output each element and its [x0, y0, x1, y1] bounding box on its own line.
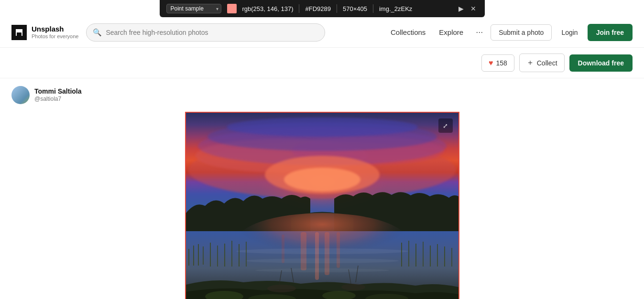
svg-point-18 — [246, 258, 399, 263]
logo-link[interactable]: Unsplash Photos for everyone — [11, 25, 78, 40]
search-bar: 🔍 — [86, 23, 325, 42]
svg-point-42 — [267, 285, 296, 292]
nav-collections[interactable]: Collections — [386, 25, 430, 39]
collect-label: Collect — [537, 59, 557, 67]
photo-svg — [186, 113, 458, 299]
svg-rect-20 — [188, 249, 189, 266]
rgb-value: rgb(253, 146, 137) — [242, 5, 294, 12]
svg-rect-32 — [415, 244, 416, 267]
svg-point-43 — [341, 284, 365, 290]
nav-more[interactable]: ··· — [472, 25, 487, 39]
svg-rect-21 — [193, 246, 194, 266]
toolbar-controls: ▶ ✕ — [457, 4, 478, 13]
nav-links: Collections Explore ··· Submit a photo L… — [386, 24, 633, 41]
photo-actions-bar: ♥ 158 ＋ Collect Download free — [0, 48, 644, 78]
svg-rect-33 — [423, 242, 424, 267]
search-icon: 🔍 — [93, 28, 102, 37]
divider-3 — [373, 4, 373, 13]
submit-photo-button[interactable]: Submit a photo — [491, 24, 552, 41]
author-name[interactable]: Tommi Saltiola — [34, 87, 82, 96]
join-button[interactable]: Join free — [588, 24, 633, 41]
svg-rect-23 — [203, 246, 204, 265]
divider-1 — [299, 4, 299, 13]
svg-rect-34 — [430, 246, 431, 267]
expand-button[interactable]: ⤢ — [438, 118, 453, 133]
svg-rect-25 — [217, 246, 218, 267]
author-handle[interactable]: @saltiola7 — [34, 96, 82, 103]
sample-mode-dropdown[interactable]: Point sample3 by 3 Average5 by 5 Average — [166, 4, 221, 13]
plus-icon: ＋ — [526, 58, 534, 68]
logo-icon-inner — [16, 29, 22, 36]
login-button[interactable]: Login — [556, 25, 583, 40]
photo-canvas — [186, 113, 458, 299]
svg-rect-24 — [210, 243, 211, 267]
svg-rect-13 — [315, 232, 319, 280]
filename: img._2zEKz — [379, 5, 412, 12]
svg-rect-28 — [239, 244, 240, 267]
search-input[interactable] — [86, 23, 325, 42]
logo-name: Unsplash — [32, 25, 78, 33]
logo-tagline: Photos for everyone — [32, 33, 78, 40]
svg-rect-31 — [408, 241, 409, 267]
close-button[interactable]: ✕ — [469, 4, 478, 13]
author-row: Tommi Saltiola @saltiola7 — [0, 78, 644, 108]
logo-text: Unsplash Photos for everyone — [32, 25, 78, 40]
logo-icon — [11, 25, 27, 40]
author-avatar-image — [11, 86, 30, 104]
expand-icon: ⤢ — [443, 122, 448, 129]
download-button[interactable]: Download free — [569, 54, 633, 72]
author-info: Tommi Saltiola @saltiola7 — [34, 87, 82, 103]
photo-container: ⤢ — [0, 108, 644, 299]
play-button[interactable]: ▶ — [457, 4, 466, 13]
svg-point-19 — [255, 268, 389, 272]
collect-button[interactable]: ＋ Collect — [519, 53, 565, 72]
nav-explore[interactable]: Explore — [434, 25, 468, 39]
color-swatch — [227, 4, 237, 13]
color-toolbar: Point sample3 by 3 Average5 by 5 Average… — [160, 0, 485, 17]
svg-rect-30 — [401, 243, 402, 267]
author-avatar[interactable] — [11, 86, 30, 104]
svg-point-9 — [284, 168, 360, 192]
svg-rect-27 — [231, 241, 232, 267]
hex-value: #FD9289 — [305, 5, 330, 12]
svg-point-17 — [236, 248, 408, 254]
heart-icon: ♥ — [489, 59, 493, 67]
main-header: Unsplash Photos for everyone 🔍 Collectio… — [0, 17, 644, 48]
dimensions: 570×405 — [343, 5, 367, 12]
like-button[interactable]: ♥ 158 — [481, 54, 514, 72]
svg-point-7 — [227, 117, 418, 137]
like-count: 158 — [496, 59, 507, 67]
photo-wrapper[interactable]: ⤢ — [185, 112, 459, 299]
svg-rect-22 — [198, 244, 199, 266]
sample-mode-select[interactable]: Point sample3 by 3 Average5 by 5 Average — [166, 4, 221, 13]
svg-rect-37 — [451, 248, 452, 267]
svg-rect-36 — [444, 246, 445, 267]
svg-rect-29 — [246, 242, 247, 267]
svg-rect-26 — [224, 244, 225, 267]
svg-rect-35 — [437, 244, 438, 267]
divider-2 — [337, 4, 337, 13]
